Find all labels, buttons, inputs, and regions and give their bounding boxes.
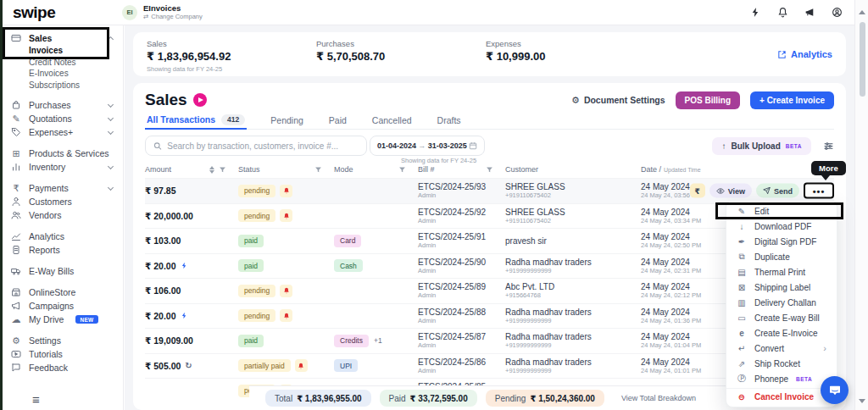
column-settings-icon[interactable] [823, 141, 834, 152]
sidebar-item-purchases[interactable]: Purchases [0, 98, 123, 112]
sidebar-item-sales[interactable]: Sales [0, 31, 123, 45]
sort-icon[interactable] [209, 166, 214, 174]
payment-reminder-icon[interactable] [295, 359, 308, 372]
tab-paid[interactable]: Paid [327, 111, 348, 130]
sidebar-item-vendors[interactable]: Vendors [0, 208, 123, 222]
menu-item-delivery-challan[interactable]: ▥Delivery Challan [726, 295, 837, 310]
payment-reminder-icon[interactable] [280, 309, 292, 322]
record-payment-button[interactable]: ₹ [690, 184, 705, 198]
play-video-icon[interactable] [193, 93, 207, 107]
sidebar-item-expenses[interactable]: Expenses+ [0, 125, 123, 139]
search-icon [153, 141, 162, 151]
bill-number[interactable]: ETCS/2024-25/88 [418, 308, 486, 317]
support-chat-button[interactable] [821, 376, 849, 404]
date-range-picker[interactable]: 01-04-2024 → 31-03-2025 [370, 136, 485, 156]
sidebar-item-credit-notes[interactable]: Credit Notes [0, 57, 123, 69]
payment-reminder-icon[interactable] [280, 185, 292, 197]
payment-reminder-icon[interactable] [280, 209, 292, 222]
pending-pill[interactable]: Pending₹ 1,50,24,360.00 [486, 390, 604, 407]
sidebar-item-e-invoices[interactable]: E-Invoices [0, 68, 123, 80]
more-actions-button[interactable]: ••• [804, 183, 834, 199]
customer-name: Radha madhav traders [505, 357, 592, 367]
sidebar-item-tutorials[interactable]: Tutorials [0, 347, 123, 361]
tab-all-transactions[interactable]: All Transactions 412 [145, 111, 247, 130]
sidebar-item-my-drive[interactable]: ☁ My Drive NEW [0, 313, 123, 326]
sidebar-item-eway-bills[interactable]: E-Way Bills [0, 264, 123, 278]
recurring-icon: ↻ [185, 361, 192, 370]
megaphone-icon[interactable] [804, 7, 815, 18]
menu-item-phonepe[interactable]: ⓅPhonepeBETA [726, 371, 837, 386]
menu-item-create-eway-bill[interactable]: ▭Create E-way Bill [726, 310, 837, 325]
company-switcher[interactable]: EI EInvoices ⇄Change Company [122, 4, 203, 20]
invoice-date: 24 May 2024 [641, 332, 701, 341]
bell-icon[interactable] [777, 7, 788, 18]
sidebar-item-onlinestore[interactable]: OnlineStore [0, 285, 123, 299]
updated-time: 24 May 24, 01:01 PM [641, 368, 701, 374]
eye-icon [716, 186, 725, 195]
sidebar-item-subscriptions[interactable]: Subscriptions [0, 80, 123, 91]
sidebar-item-analytics[interactable]: Analytics [0, 230, 123, 243]
sidebar-item-customers[interactable]: Customers [0, 195, 123, 208]
bill-number[interactable]: ETCS/2024-25/90 [418, 258, 486, 267]
view-button[interactable]: View [709, 184, 752, 198]
pos-billing-button[interactable]: POS Billing [676, 91, 740, 109]
analytics-link[interactable]: Analytics [777, 49, 832, 59]
menu-item-digital-sign-pdf[interactable]: ✒Digital Sign PDF [726, 234, 837, 249]
company-name: EInvoices [143, 4, 203, 13]
document-settings-button[interactable]: ⚙ Document Settings [571, 95, 665, 106]
sidebar-item-products-services[interactable]: ⊞ Products & Services [0, 147, 123, 160]
create-invoice-button[interactable]: + Create Invoice [750, 91, 834, 109]
paid-pill[interactable]: Paid₹ 33,72,595.00 [380, 390, 477, 407]
printer-icon: ▤ [737, 268, 747, 277]
payment-reminder-icon[interactable] [280, 285, 292, 297]
menu-item-duplicate[interactable]: ⧉Duplicate [726, 249, 837, 264]
lightning-icon[interactable] [750, 7, 761, 18]
filter-funnel-icon[interactable] [219, 166, 226, 174]
total-pill[interactable]: Total₹ 1,83,96,955.00 [265, 390, 371, 407]
scroll-up-arrow[interactable] [859, 10, 865, 14]
bill-number[interactable]: ETCS/2024-25/86 [418, 357, 486, 367]
menu-item-convert[interactable]: ↵Convert› [726, 341, 837, 356]
beta-badge: BETA [786, 143, 802, 149]
sidebar-item-quotations[interactable]: ✎ Quotations [0, 112, 123, 125]
scrollbar-thumb[interactable] [860, 22, 865, 97]
updated-time: 24 May 24, 02:31 PM [641, 268, 701, 274]
sidebar-item-campaigns[interactable]: Campaigns [0, 299, 123, 313]
bulk-upload-button[interactable]: ↑ Bulk Upload BETA [712, 137, 811, 155]
bill-number[interactable]: ETCS/2024-25/87 [418, 332, 486, 341]
menu-item-edit[interactable]: ✎Edit [726, 203, 837, 219]
menu-item-thermal-print[interactable]: ▤Thermal Print [726, 264, 837, 280]
menu-item-shipping-label[interactable]: ⊠Shipping Label [726, 280, 837, 295]
sidebar-item-settings[interactable]: ⚙ Settings [0, 334, 123, 347]
menu-item-download-pdf[interactable]: ↓Download PDF [726, 219, 837, 234]
send-button[interactable]: Send [756, 184, 799, 198]
search-input[interactable] [167, 141, 359, 151]
sidebar-item-feedback[interactable]: Feedback [0, 361, 123, 374]
collapse-sidebar-icon[interactable]: ≡ [32, 392, 40, 407]
chevron-down-icon [108, 101, 114, 107]
filter-funnel-icon[interactable] [398, 166, 406, 174]
filter-funnel-icon[interactable] [486, 166, 493, 174]
user-icon[interactable] [832, 7, 843, 18]
tab-pending[interactable]: Pending [269, 111, 305, 130]
view-total-breakdown-link[interactable]: View Total Breakdown [621, 394, 696, 402]
bill-number[interactable]: ETCS/2024-25/92 [418, 208, 486, 217]
tab-cancelled[interactable]: Cancelled [370, 111, 414, 130]
person-icon [10, 197, 22, 207]
bill-number[interactable]: ETCS/2024-25/93 [418, 182, 486, 191]
bill-number[interactable]: ETCS/2024-25/91 [418, 232, 486, 241]
bill-number[interactable]: ETCS/2024-25/89 [418, 282, 486, 291]
sidebar-item-inventory[interactable]: Inventory [0, 160, 123, 174]
filter-funnel-icon[interactable] [314, 166, 322, 174]
sidebar-item-payments[interactable]: ₹ Payments [0, 181, 123, 195]
change-company-label[interactable]: Change Company [151, 13, 202, 20]
stat-label: Sales [147, 39, 316, 48]
beta-badge: BETA [796, 376, 812, 382]
scroll-down-arrow[interactable] [859, 399, 865, 403]
tab-drafts[interactable]: Drafts [436, 111, 463, 130]
date-from: 01-04-2024 [377, 141, 416, 150]
sidebar-item-reports[interactable]: Reports [0, 243, 123, 257]
menu-item-create-einvoice[interactable]: eCreate E-Invoice [726, 325, 837, 341]
menu-item-ship-rocket[interactable]: ⇗Ship Rocket [726, 356, 837, 371]
sidebar-item-invoices[interactable]: Invoices [0, 45, 123, 57]
